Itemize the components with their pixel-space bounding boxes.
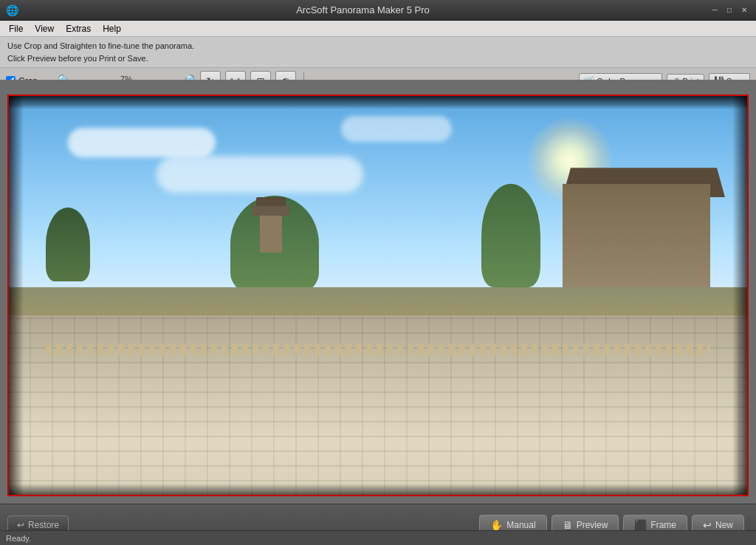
menu-view[interactable]: View [29, 22, 60, 35]
preview-label: Preview [577, 520, 608, 530]
new-icon: ↩ [703, 519, 712, 531]
manual-icon: ✋ [490, 519, 503, 531]
restore-label: Restore [28, 520, 59, 530]
close-button[interactable]: ✕ [738, 4, 750, 16]
title-bar: 🌐 ArcSoft Panorama Maker 5 Pro ─ □ ✕ [0, 0, 756, 21]
pagoda [260, 216, 282, 253]
dark-border-top [9, 96, 747, 109]
menu-file[interactable]: File [3, 22, 29, 35]
app-title: ArcSoft Panorama Maker 5 Pro [18, 4, 707, 16]
menu-bar: File View Extras Help [0, 21, 756, 37]
dark-border-left [9, 96, 24, 495]
preview-icon: 🖥 [563, 519, 573, 531]
dark-border-right [732, 96, 747, 495]
restore-icon: ↩ [17, 520, 24, 530]
cloud1 [68, 128, 216, 157]
frame-label: Frame [650, 520, 676, 530]
info-bar: Use Crop and Straighten to fine-tune the… [0, 37, 756, 68]
tree-right [481, 184, 540, 287]
tree-left [46, 208, 90, 281]
menu-help[interactable]: Help [97, 22, 127, 35]
app-icon: 🌐 [6, 4, 18, 16]
fence [46, 344, 710, 355]
panorama-container[interactable] [7, 95, 749, 496]
building-right [563, 184, 710, 302]
minimize-button[interactable]: ─ [709, 4, 721, 16]
status-text: Ready. [6, 534, 31, 543]
status-bar: Ready. [0, 530, 756, 545]
panorama-scene [9, 96, 747, 495]
main-content [0, 80, 756, 504]
stone-path [9, 315, 747, 495]
manual-label: Manual [506, 520, 535, 530]
cloud3 [341, 116, 452, 142]
window-controls: ─ □ ✕ [707, 4, 750, 16]
maximize-button[interactable]: □ [724, 4, 735, 16]
new-label: New [715, 520, 733, 530]
dark-border-bottom [9, 484, 747, 495]
cloud2 [157, 156, 363, 193]
info-line1: Use Crop and Straighten to fine-tune the… [7, 40, 749, 52]
info-line2: Click Preview before you Print or Save. [7, 52, 749, 65]
menu-extras[interactable]: Extras [60, 22, 97, 35]
frame-icon: ⬛ [634, 519, 647, 531]
